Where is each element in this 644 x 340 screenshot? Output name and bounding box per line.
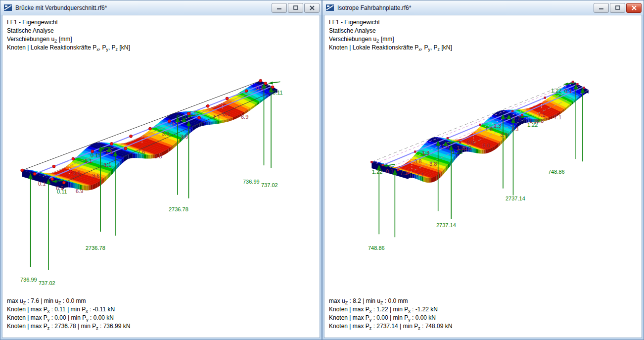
girder-axis-line <box>49 87 272 178</box>
node-dot <box>124 147 127 150</box>
py-extremes-line: Knoten | max Py : 0.00 | min Py : 0.00 k… <box>329 314 452 322</box>
node-dot <box>479 124 481 126</box>
minimize-icon[interactable] <box>272 3 287 13</box>
node-dot <box>408 172 410 174</box>
reference-line <box>43 85 269 176</box>
reaction-type-label: Knoten | Lokale Reaktionskräfte Px, Py, … <box>329 44 452 52</box>
deck-surface <box>371 82 588 178</box>
result-type-label: Verschiebungen uZ [mm] <box>7 35 130 44</box>
pz-extremes-line: Knoten | max Pz : 2737.14 | min Pz : 748… <box>329 322 452 331</box>
node-dot <box>110 143 113 146</box>
py-extremes-line: Knoten | max Py : 0.00 | min Py : 0.00 k… <box>7 314 130 322</box>
pz-extremes-line: Knoten | max Pz : 2736.78 | min Pz : 736… <box>7 322 130 331</box>
result-type-label: Verschiebungen uZ [mm] <box>329 35 452 44</box>
close-icon[interactable] <box>626 3 642 13</box>
app-window-left: Brücke mit Verbundquerschnitt.rf6* 0.110… <box>0 0 322 340</box>
restore-icon[interactable] <box>610 3 625 13</box>
node-dot <box>91 150 94 153</box>
node-dot <box>245 90 248 93</box>
node-dot <box>264 82 267 85</box>
minimize-icon[interactable] <box>594 3 609 13</box>
node-dot <box>52 165 55 168</box>
result-stats: max uZ : 8.2 | min uZ : 0.0 mm Knoten | … <box>329 297 452 331</box>
loadcase-label: LF1 - Eigengewicht <box>7 18 130 27</box>
node-dot <box>414 150 416 152</box>
result-header: LF1 - Eigengewicht Statische Analyse Ver… <box>7 18 130 52</box>
reaction-type-label: Knoten | Lokale Reaktionskräfte Px, Py, … <box>7 44 130 52</box>
viewport[interactable]: 0.110.110.110.11736.99737.022736.782736.… <box>2 15 320 338</box>
node-dot <box>583 87 585 89</box>
desktop: Brücke mit Verbundquerschnitt.rf6* 0.110… <box>0 0 644 340</box>
px-extremes-line: Knoten | max Px : 0.11 | min Px : -0.11 … <box>7 305 130 314</box>
px-reaction-arrow <box>268 82 273 85</box>
window-controls <box>272 3 320 13</box>
node-dot <box>51 178 54 181</box>
node-dot <box>521 114 523 116</box>
px-extremes-line: Knoten | max Px : 1.22 | min Px : -1.22 … <box>329 305 452 314</box>
viewport[interactable]: 1.221.221.221.22748.862737.142737.14748.… <box>324 15 642 338</box>
bridge-3d-view[interactable] <box>324 15 642 338</box>
uz-extremes-line: max uZ : 7.6 | min uZ : 0.0 mm <box>7 297 130 305</box>
undeformed-outline <box>64 90 277 183</box>
node-dot <box>226 97 229 100</box>
node-dot <box>168 120 171 123</box>
node-dot <box>259 79 262 82</box>
node-dot <box>544 97 546 98</box>
bridge-3d-view[interactable] <box>2 15 320 338</box>
close-icon[interactable] <box>304 3 320 13</box>
node-dot <box>149 127 152 130</box>
window-controls <box>594 3 642 13</box>
restore-icon[interactable] <box>288 3 303 13</box>
uz-extremes-line: max uZ : 8.2 | min uZ : 0.0 mm <box>329 297 452 305</box>
loadcase-label: LF1 - Eigengewicht <box>329 18 452 27</box>
node-dot <box>62 181 65 184</box>
result-stats: max uZ : 7.6 | min uZ : 0.0 mm Knoten | … <box>7 297 130 331</box>
node-dot <box>576 83 578 85</box>
node-dot <box>69 170 72 173</box>
node-dot <box>397 169 399 171</box>
node-dot <box>33 173 36 176</box>
node-dot <box>511 110 513 112</box>
node-dot <box>447 137 449 139</box>
node-dot <box>206 104 209 107</box>
app-icon <box>326 4 334 11</box>
node-dot <box>370 161 372 163</box>
node-dot <box>187 112 190 115</box>
app-icon <box>4 4 12 11</box>
node-dot <box>130 135 133 138</box>
analysis-type-label: Statische Analyse <box>329 27 452 35</box>
titlebar[interactable]: Brücke mit Verbundquerschnitt.rf6* <box>0 0 322 15</box>
window-title: Brücke mit Verbundquerschnitt.rf6* <box>15 4 269 11</box>
analysis-type-label: Statische Analyse <box>7 27 130 35</box>
node-dot <box>72 157 75 160</box>
girder-axis-line <box>396 87 583 169</box>
node-dot <box>572 81 574 83</box>
node-dot <box>21 169 24 172</box>
app-window-right: Isotrope Fahrbahnplatte.rf6* 1.221.221.2… <box>322 0 644 340</box>
window-title: Isotrope Fahrbahnplatte.rf6* <box>337 4 591 11</box>
titlebar[interactable]: Isotrope Fahrbahnplatte.rf6* <box>322 0 644 15</box>
node-dot <box>198 116 201 119</box>
result-header: LF1 - Eigengewicht Statische Analyse Ver… <box>329 18 452 52</box>
